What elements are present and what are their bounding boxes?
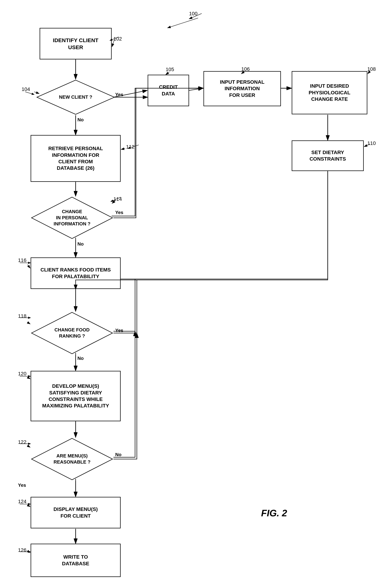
retrieve-personal-label: RETRIEVE PERSONALINFORMATION FORCLIENT F… [48,145,103,172]
write-database-label: WRITE TODATABASE [62,554,89,567]
retrieve-personal-box: RETRIEVE PERSONALINFORMATION FORCLIENT F… [30,135,121,182]
svg-line-63 [27,446,30,447]
credit-data-box: CREDITDATA [148,75,189,106]
change-personal-no-label: No [78,241,84,247]
svg-line-61 [27,322,30,324]
are-menus-text: ARE MENU(S)REASONABLE ? [30,438,114,481]
new-client-text: NEW CLIENT ? [36,79,115,115]
svg-line-62 [27,377,30,379]
set-dietary-box: SET DIETARYCONSTRAINTS [292,140,364,171]
ref-110: 110 [367,140,376,146]
ref-124: 124 [18,499,26,505]
ref-108: 108 [367,66,376,72]
ref-104: 104 [22,86,30,92]
ref-120: 120 [18,371,26,377]
credit-data-label: CREDITDATA [159,84,178,97]
ref-122: 122 [18,439,26,445]
ref-100: 100 [189,11,198,16]
display-menus-box: DISPLAY MENU(S)FOR CLIENT [30,497,121,528]
ref-102: 102 [114,36,122,42]
ref-116: 116 [18,257,26,263]
change-personal-diamond: CHANGEIN PERSONALINFORMATION ? [30,196,114,239]
input-desired-box: INPUT DESIREDPHYSIOLOGICALCHANGE RATE [292,71,367,114]
develop-menu-box: DEVELOP MENU(S)SATISFYING DIETARYCONSTRA… [30,371,121,421]
ref-105: 105 [166,67,174,72]
input-desired-label: INPUT DESIREDPHYSIOLOGICALCHANGE RATE [309,83,350,102]
svg-line-19 [25,92,34,94]
change-personal-text: CHANGEIN PERSONALINFORMATION ? [30,196,114,239]
new-client-yes-label: Yes [115,92,123,97]
are-menus-diamond: ARE MENU(S)REASONABLE ? [30,438,114,481]
svg-line-66 [166,72,169,75]
svg-line-60 [27,265,30,268]
ref-118: 118 [18,313,26,319]
identify-client-label: IDENTIFY CLIENTUSER [53,37,98,51]
write-database-box: WRITE TODATABASE [30,544,121,577]
set-dietary-label: SET DIETARYCONSTRAINTS [310,149,346,162]
svg-line-65 [27,551,30,553]
are-menus-yes-label: Yes [18,483,26,488]
identify-client-box: IDENTIFY CLIENTUSER [40,28,112,59]
change-food-yes-label: Yes [115,328,123,333]
develop-menu-label: DEVELOP MENU(S)SATISFYING DIETARYCONSTRA… [42,383,109,409]
svg-line-46 [189,88,203,90]
figure-label: FIG. 2 [261,508,287,519]
ref-112: 112 [126,144,134,150]
change-food-text: CHANGE FOODRANKING ? [30,311,114,355]
input-personal-label: INPUT PERSONALINFORMATIONFOR USER [220,79,264,98]
new-client-diamond: NEW CLIENT ? [36,79,115,115]
change-food-no-label: No [78,356,84,361]
client-ranks-box: CLIENT RANKS FOOD ITEMSFOR PALATABILITY [30,257,121,289]
new-client-no-label: No [78,117,84,123]
ref-114: 114 [114,196,122,202]
ref-126: 126 [18,547,26,553]
display-menus-label: DISPLAY MENU(S)FOR CLIENT [54,506,98,519]
svg-line-43 [168,18,198,28]
input-personal-box: INPUT PERSONALINFORMATIONFOR USER [204,71,281,106]
change-personal-yes-label: Yes [115,210,123,215]
change-food-diamond: CHANGE FOODRANKING ? [30,311,114,355]
svg-line-64 [27,505,30,507]
flowchart-diagram: 100 IDENTIFY CLIENTUSER 102 104 NEW CLIE… [0,0,392,584]
are-menus-no-label: No [115,452,122,458]
client-ranks-label: CLIENT RANKS FOOD ITEMSFOR PALATABILITY [40,267,111,280]
svg-line-58 [121,148,125,149]
